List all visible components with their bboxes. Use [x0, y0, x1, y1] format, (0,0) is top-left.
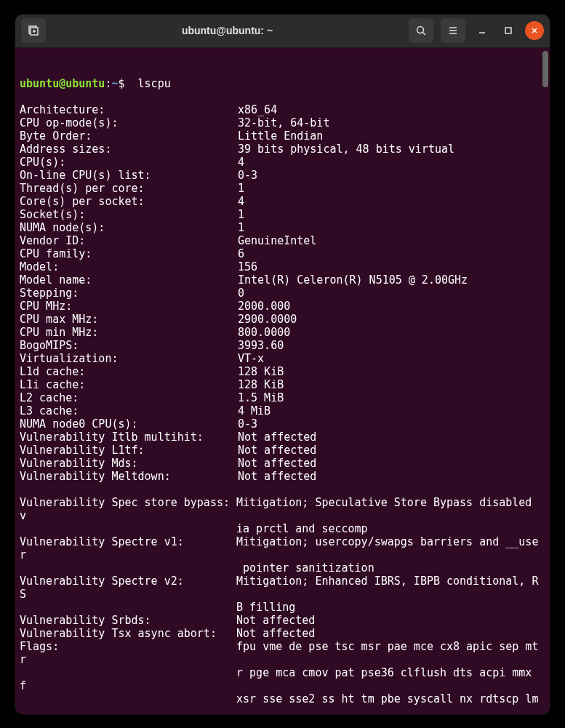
output-row: Vulnerability Itlb multihit:Not affected — [20, 431, 545, 444]
scrollbar[interactable] — [542, 51, 548, 87]
output-row: Vendor ID:GenuineIntel — [20, 234, 545, 247]
output-row: Vulnerability Meltdown:Not affected — [20, 470, 545, 483]
search-button[interactable] — [409, 18, 433, 43]
svg-line-3 — [423, 33, 426, 36]
svg-rect-8 — [505, 28, 511, 33]
output-value: Not affected — [238, 470, 545, 483]
output-value: 2000.000 — [238, 300, 545, 313]
output-line: Vulnerability Spectre v1: Mitigation; us… — [20, 535, 545, 548]
output-key: Model name: — [20, 273, 238, 287]
output-value: Not affected — [238, 444, 545, 457]
output-line: Flags: fpu vme de pse tsc msr pae mce cx… — [20, 640, 545, 653]
output-row: Vulnerability Mds:Not affected — [20, 457, 545, 470]
output-line: f — [20, 679, 545, 692]
output-value: 1 — [238, 182, 545, 195]
output-row: L2 cache:1.5 MiB — [20, 391, 545, 404]
output-key: CPU op-mode(s): — [20, 116, 238, 129]
output-value: 0 — [238, 287, 545, 300]
output-value: 4 — [238, 195, 545, 208]
output-key: NUMA node0 CPU(s): — [20, 417, 238, 431]
output-key: NUMA node(s): — [20, 221, 238, 234]
maximize-button[interactable] — [499, 21, 518, 40]
output-value: GenuineIntel — [238, 234, 545, 247]
output-key: CPU min MHz: — [20, 326, 238, 339]
output-row: Address sizes:39 bits physical, 48 bits … — [20, 143, 545, 156]
output-key: Architecture: — [20, 103, 238, 116]
svg-point-2 — [417, 27, 424, 33]
output-line: S — [20, 588, 545, 601]
output-value: 128 KiB — [238, 365, 545, 378]
output-line: Vulnerability Spec store bypass: Mitigat… — [20, 496, 545, 509]
output-value: VT-x — [238, 352, 545, 365]
output-value: 32-bit, 64-bit — [238, 116, 545, 129]
new-tab-button[interactable] — [21, 18, 46, 43]
output-row: NUMA node(s):1 — [20, 221, 545, 234]
output-line: v — [20, 509, 545, 522]
output-value: 4 MiB — [238, 404, 545, 417]
output-value: 800.0000 — [238, 326, 545, 339]
output-row: CPU min MHz:800.0000 — [20, 326, 545, 339]
output-row: Core(s) per socket:4 — [20, 195, 545, 208]
output-value: Not affected — [238, 431, 545, 444]
output-key: Vulnerability L1tf: — [20, 444, 238, 457]
output-value: 0-3 — [238, 417, 545, 431]
output-line: Vulnerability Srbds: Not affected — [20, 614, 545, 627]
prompt-user-host: ubuntu@ubuntu — [20, 77, 105, 90]
command: lscpu — [138, 77, 171, 90]
output-row: Model:156 — [20, 260, 545, 273]
output-line: B filling — [20, 601, 545, 614]
output-row: CPU MHz:2000.000 — [20, 300, 545, 313]
output-value: 0-3 — [238, 169, 545, 182]
output-key: CPU(s): — [20, 156, 238, 169]
output-row: Virtualization:VT-x — [20, 352, 545, 365]
output-key: L2 cache: — [20, 391, 238, 404]
output-value: x86_64 — [238, 103, 545, 116]
terminal-window: ubuntu@ubuntu: ~ ubuntu@ubuntu:~$ lscpu … — [15, 15, 550, 714]
output-key: L1d cache: — [20, 365, 238, 378]
output-key: Socket(s): — [20, 208, 238, 221]
minimize-button[interactable] — [473, 21, 492, 40]
titlebar: ubuntu@ubuntu: ~ — [15, 15, 550, 48]
output-row: L1i cache:128 KiB — [20, 378, 545, 391]
output-value: 2900.0000 — [238, 313, 545, 326]
output-key: Thread(s) per core: — [20, 182, 238, 195]
output-value: 1 — [238, 208, 545, 221]
terminal-output[interactable]: ubuntu@ubuntu:~$ lscpu Architecture:x86_… — [15, 48, 550, 714]
output-key: Vendor ID: — [20, 234, 238, 247]
output-row: BogoMIPS:3993.60 — [20, 339, 545, 352]
menu-button[interactable] — [441, 18, 465, 43]
output-row: Stepping:0 — [20, 287, 545, 300]
output-line: ia prctl and seccomp — [20, 522, 545, 535]
output-row: CPU family:6 — [20, 247, 545, 260]
close-button[interactable] — [525, 21, 544, 40]
output-key: CPU family: — [20, 247, 238, 260]
output-line: r — [20, 548, 545, 561]
output-value: Intel(R) Celeron(R) N5105 @ 2.00GHz — [238, 273, 545, 287]
output-key: Model: — [20, 260, 238, 273]
output-line: xsr sse sse2 ss ht tm pbe syscall nx rdt… — [20, 692, 545, 705]
output-value: Little Endian — [238, 129, 545, 143]
output-line — [20, 705, 545, 714]
output-row: NUMA node0 CPU(s):0-3 — [20, 417, 545, 431]
output-value: Not affected — [238, 457, 545, 470]
output-row: CPU max MHz:2900.0000 — [20, 313, 545, 326]
output-value: 6 — [238, 247, 545, 260]
output-row: Vulnerability L1tf:Not affected — [20, 444, 545, 457]
output-key: Stepping: — [20, 287, 238, 300]
output-key: Vulnerability Itlb multihit: — [20, 431, 238, 444]
output-row: L3 cache:4 MiB — [20, 404, 545, 417]
output-value: 4 — [238, 156, 545, 169]
output-row: L1d cache:128 KiB — [20, 365, 545, 378]
output-row: Byte Order:Little Endian — [20, 129, 545, 143]
output-key: BogoMIPS: — [20, 339, 238, 352]
output-key: Address sizes: — [20, 143, 238, 156]
output-row: Architecture:x86_64 — [20, 103, 545, 116]
output-key: L3 cache: — [20, 404, 238, 417]
output-value: 3993.60 — [238, 339, 545, 352]
output-value: 39 bits physical, 48 bits virtual — [238, 143, 545, 156]
output-row: CPU(s):4 — [20, 156, 545, 169]
output-row: Thread(s) per core:1 — [20, 182, 545, 195]
output-key: Byte Order: — [20, 129, 238, 143]
output-key: Core(s) per socket: — [20, 195, 238, 208]
output-line: Vulnerability Spectre v2: Mitigation; En… — [20, 575, 545, 588]
